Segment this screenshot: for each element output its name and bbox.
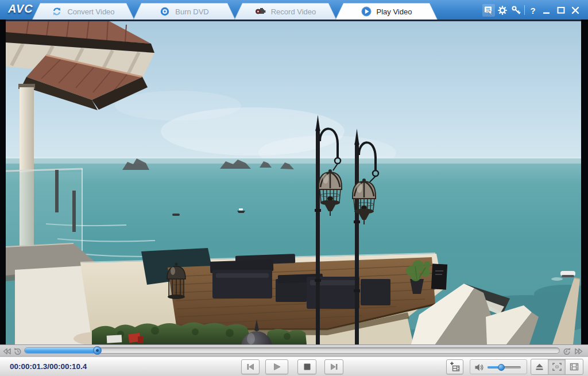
fullscreen-button[interactable] xyxy=(548,359,566,374)
register-button[interactable] xyxy=(510,4,523,17)
previous-icon xyxy=(246,363,255,371)
playlist-panel-icon xyxy=(483,5,494,15)
skip-back-button[interactable] xyxy=(2,346,11,356)
forward-clock-icon xyxy=(562,346,572,356)
volume-panel xyxy=(470,359,527,374)
stop-icon xyxy=(303,363,311,371)
camcorder-icon xyxy=(255,6,266,17)
tab-convert-video[interactable]: Convert Video xyxy=(32,3,134,20)
view-button-group xyxy=(531,359,583,375)
tab-burn-dvd[interactable]: Burn DVD xyxy=(133,3,235,20)
help-button[interactable]: ? xyxy=(527,4,539,17)
tab-record-video[interactable]: Record Video xyxy=(234,3,336,20)
fullscreen-icon xyxy=(552,362,562,371)
volume-slider[interactable] xyxy=(488,366,521,369)
add-to-convert-button[interactable] xyxy=(446,359,463,374)
video-canvas[interactable] xyxy=(6,20,581,344)
fast-forward-icon xyxy=(574,347,583,356)
forward-seconds-button[interactable] xyxy=(562,346,572,356)
scene-top-edge xyxy=(6,20,581,21)
tab-play-video[interactable]: Play Video xyxy=(335,3,438,20)
time-display: 00:00:01.3/00:00:10.4 xyxy=(10,357,87,376)
eject-button[interactable] xyxy=(531,359,548,374)
playlist-panel-button[interactable] xyxy=(482,4,495,17)
previous-button[interactable] xyxy=(241,359,260,374)
player-control-bar: 00:00:01.3/00:00:10.4 xyxy=(0,356,588,376)
eject-icon xyxy=(535,362,544,371)
fast-forward-button[interactable] xyxy=(574,346,583,356)
close-button[interactable] xyxy=(569,4,582,17)
video-display-area xyxy=(0,20,588,344)
seek-thumb[interactable] xyxy=(93,346,102,355)
application-window: AVC Convert Video Burn D xyxy=(0,0,588,376)
seek-progress-fill xyxy=(25,348,97,353)
titlebar-divider xyxy=(524,5,525,15)
replay-seconds-button[interactable] xyxy=(13,346,22,356)
play-icon xyxy=(272,363,281,371)
play-circle-icon xyxy=(361,6,372,17)
play-button[interactable] xyxy=(265,359,288,374)
video-scene xyxy=(6,20,581,344)
tab-label: Convert Video xyxy=(67,7,114,16)
tab-label: Burn DVD xyxy=(175,7,209,16)
settings-button[interactable] xyxy=(496,4,509,17)
key-icon xyxy=(511,5,521,15)
close-icon xyxy=(570,5,581,15)
minimize-icon xyxy=(541,5,552,15)
help-icon: ? xyxy=(530,6,535,15)
gear-icon xyxy=(497,5,508,15)
seek-bar-row xyxy=(0,344,588,356)
film-plus-icon xyxy=(449,361,461,373)
seek-slider[interactable] xyxy=(24,347,560,354)
film-frame-icon xyxy=(569,362,579,371)
stop-button[interactable] xyxy=(297,359,316,374)
sync-arrows-icon xyxy=(52,6,62,17)
titlebar: AVC Convert Video Burn D xyxy=(0,0,588,20)
speaker-icon xyxy=(474,363,484,372)
minimize-button[interactable] xyxy=(540,4,553,17)
app-logo: AVC xyxy=(8,2,33,15)
replay-clock-icon xyxy=(13,346,22,356)
volume-thumb[interactable] xyxy=(498,364,505,371)
maximize-icon xyxy=(556,5,566,15)
skip-back-icon xyxy=(2,347,11,356)
next-button[interactable] xyxy=(324,359,343,374)
film-frame-button[interactable] xyxy=(566,359,583,374)
maximize-button[interactable] xyxy=(555,4,567,17)
tab-label: Record Video xyxy=(271,7,316,16)
disc-icon xyxy=(160,6,170,17)
next-icon xyxy=(330,363,339,371)
tab-label: Play Video xyxy=(377,7,412,16)
